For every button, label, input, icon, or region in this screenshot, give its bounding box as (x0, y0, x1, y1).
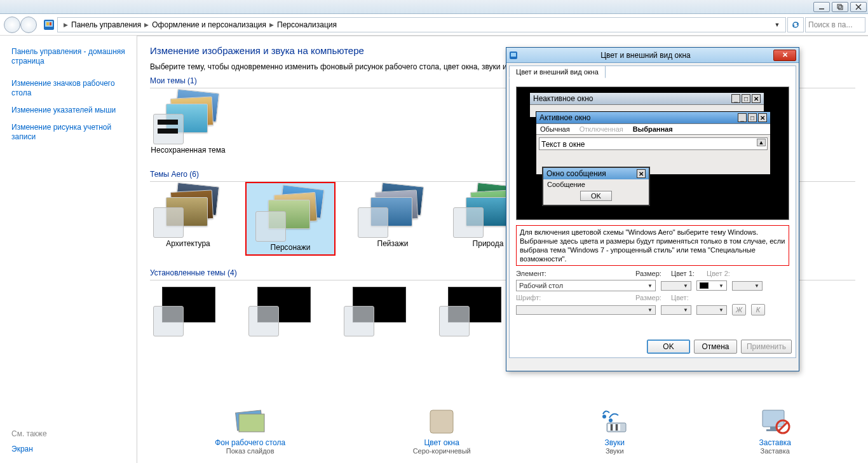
dialog-close-button[interactable]: ✕ (773, 50, 796, 61)
sidebar-home[interactable]: Панель управления - домашняя страница (11, 47, 129, 66)
label-fsize: Размер: (635, 294, 666, 301)
preview-ok-button: OK (580, 191, 612, 201)
svg-rect-17 (613, 424, 615, 431)
see-also-display[interactable]: Экран (11, 445, 129, 454)
theme-color-tile (153, 114, 184, 144)
combo-fcolor[interactable] (696, 305, 727, 315)
sidebar-link-desktop-icons[interactable]: Изменение значков рабочего стола (11, 79, 129, 98)
window-preview: Неактивное окно _□✕ Активное окно _□✕ Об… (516, 86, 789, 220)
refresh-button[interactable] (787, 17, 804, 32)
preview-active-window: Активное окно _□✕ Обычная Отключенная Вы… (536, 111, 771, 175)
theme-characters-selected: Персонажи (245, 182, 336, 256)
combo-fsize[interactable] (661, 305, 691, 315)
combo-color2[interactable] (732, 281, 763, 291)
breadcrumb-bar[interactable]: ▶ Панель управления ▶ Оформление и персо… (57, 17, 786, 32)
sidebar-link-account-pic[interactable]: Изменение рисунка учетной записи (11, 123, 129, 142)
window-title-bar (0, 0, 868, 14)
theme-installed-2[interactable] (245, 280, 322, 336)
svg-rect-19 (618, 424, 620, 431)
svg-rect-18 (616, 424, 618, 431)
dialog-icon (509, 51, 518, 60)
theme-unsaved-label: Несохраненная тема (151, 146, 225, 155)
maximize-button[interactable] (832, 2, 848, 12)
nav-forward-button[interactable] (20, 17, 37, 33)
italic-toggle[interactable]: К (751, 304, 765, 315)
preview-message-box: Окно сообщения✕ Сообщение OK (542, 167, 650, 206)
link-screensaver[interactable]: Заставка Заставка (759, 408, 792, 455)
link-window-color[interactable]: Цвет окна Серо-коричневый (413, 408, 471, 455)
dialog-ok-button[interactable]: OK (647, 340, 690, 354)
combo-element[interactable]: Рабочий стол (516, 280, 656, 291)
theme-installed-4[interactable] (436, 280, 512, 336)
control-panel-icon (43, 19, 55, 31)
svg-rect-21 (770, 427, 776, 429)
label-color1: Цвет 1: (671, 270, 702, 277)
svg-rect-1 (837, 4, 841, 8)
nav-back-button[interactable] (4, 17, 20, 33)
combo-color1[interactable] (696, 280, 727, 291)
dialog-cancel-button[interactable]: Отмена (694, 340, 737, 354)
combo-size[interactable] (661, 281, 691, 291)
label-size: Размер: (635, 270, 666, 277)
dialog-title: Цвет и внешний вид окна (518, 51, 773, 60)
see-also-label: См. также (11, 429, 129, 438)
search-input[interactable]: Поиск в па... (805, 17, 865, 32)
crumb-personalization[interactable]: Персонализация (277, 20, 337, 29)
svg-rect-11 (430, 410, 453, 433)
theme-installed-1[interactable] (150, 280, 226, 336)
close-button[interactable] (850, 2, 867, 12)
theme-characters[interactable]: Персонажи (249, 186, 332, 252)
color-appearance-dialog: Цвет и внешний вид окна ✕ Цвет и внешний… (506, 47, 799, 371)
crumb-design[interactable]: Оформление и персонализация (152, 20, 266, 29)
minimize-button[interactable] (813, 2, 830, 12)
dialog-tab[interactable]: Цвет и внешний вид окна (509, 66, 606, 78)
label-element: Элемент: (516, 270, 630, 277)
sidebar: Панель управления - домашняя страница Из… (0, 36, 137, 463)
info-note: Для включения цветовой схемы "Windows Ae… (516, 225, 789, 266)
svg-rect-15 (608, 424, 610, 431)
theme-unsaved[interactable]: Несохраненная тема (150, 88, 226, 155)
svg-rect-7 (46, 22, 49, 25)
dialog-titlebar[interactable]: Цвет и внешний вид окна ✕ (506, 48, 799, 63)
svg-rect-8 (50, 22, 51, 25)
bold-toggle[interactable]: Ж (732, 304, 746, 315)
bottom-links-row: Фон рабочего стола Показ слайдов Цвет ок… (139, 399, 868, 463)
address-bar-row: ▶ Панель управления ▶ Оформление и персо… (0, 14, 868, 36)
theme-architecture[interactable]: Архитектура (150, 182, 226, 256)
theme-landscapes[interactable]: Пейзажи (355, 182, 431, 256)
theme-installed-3[interactable] (341, 280, 417, 336)
svg-rect-16 (611, 424, 613, 431)
link-sounds[interactable]: Звуки Звуки (598, 408, 631, 455)
address-dropdown[interactable]: ▼ (771, 22, 783, 28)
svg-rect-10 (239, 414, 264, 432)
link-desktop-background[interactable]: Фон рабочего стола Показ слайдов (215, 408, 285, 455)
svg-rect-26 (511, 53, 516, 57)
svg-rect-2 (839, 6, 843, 10)
label-font: Шрифт: (516, 294, 630, 301)
svg-point-13 (609, 418, 613, 422)
combo-font[interactable] (516, 305, 656, 315)
label-fcolor: Цвет: (671, 294, 702, 301)
svg-rect-20 (763, 410, 784, 427)
dialog-apply-button[interactable]: Применить (741, 340, 792, 354)
crumb-control-panel[interactable]: Панель управления (71, 20, 141, 29)
svg-point-12 (602, 415, 606, 418)
sidebar-link-pointers[interactable]: Изменение указателей мыши (11, 106, 129, 115)
label-color2: Цвет 2: (707, 270, 737, 277)
